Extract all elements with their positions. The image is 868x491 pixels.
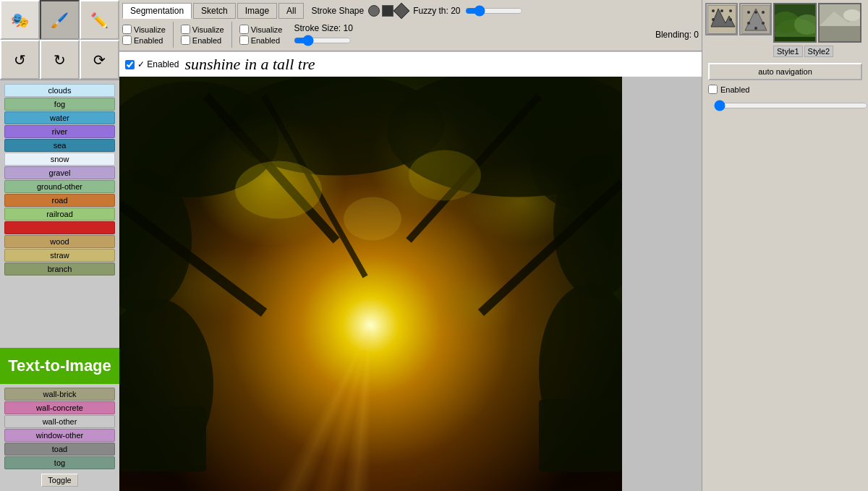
seg-wall-other[interactable]: wall-other [4, 415, 115, 428]
stroke-size-group: Stroke Size: 10 [294, 23, 352, 46]
seg-railroad[interactable]: railroad [4, 208, 115, 221]
stroke-shape-label: Stroke Shape [311, 6, 364, 16]
seg-sea[interactable]: sea [4, 139, 115, 152]
stroke-circle-btn[interactable] [368, 5, 380, 17]
enabled-check-1[interactable] [122, 35, 132, 45]
svg-rect-41 [820, 26, 861, 43]
svg-point-31 [762, 11, 765, 14]
stroke-size-label: Stroke Size: 10 [294, 23, 352, 33]
svg-point-15 [235, 161, 322, 219]
right-enabled-row: Enabled [702, 83, 868, 95]
blending-slider[interactable] [714, 100, 868, 111]
svg-rect-39 [775, 37, 817, 43]
seg-toad[interactable]: toad [4, 443, 115, 456]
seg-wall-brick[interactable]: wall-brick [4, 388, 115, 401]
svg-point-22 [720, 9, 723, 12]
stroke-square-btn[interactable] [382, 5, 393, 17]
svg-point-32 [747, 22, 750, 25]
seg-river[interactable]: river [4, 125, 115, 138]
blending-container [702, 95, 868, 116]
top-toolbar: Segmentation Sketch Image All Stroke Sha… [119, 0, 702, 51]
right-panel: Style1 Style2 auto navigation Enabled [702, 0, 868, 491]
auto-nav-button[interactable]: auto navigation [708, 63, 862, 80]
seg-gravel[interactable]: gravel [4, 166, 115, 179]
seg-branch[interactable]: branch [4, 262, 115, 276]
svg-point-30 [754, 11, 757, 14]
tab-image[interactable]: Image [237, 3, 277, 19]
visualize-label-2: Visualize [192, 25, 224, 34]
visualize-check-1[interactable] [122, 25, 132, 34]
toolbar-row2: Visualize Enabled Visualize Enabled [122, 20, 699, 49]
seg-red-block[interactable] [4, 221, 115, 234]
svg-point-17 [344, 197, 401, 241]
vis-group-2: Visualize Enabled [181, 25, 224, 45]
fuzzy-slider[interactable] [465, 5, 523, 17]
visualize-label-3: Visualize [251, 25, 283, 34]
reset-btn[interactable]: ⟳ [80, 40, 119, 80]
vis-group-1: Visualize Enabled [122, 25, 166, 45]
svg-point-29 [747, 11, 750, 14]
seg-snow[interactable]: snow [4, 153, 115, 166]
tab-all[interactable]: All [278, 3, 304, 19]
prompt-enabled-row: ✓ Enabled [125, 59, 179, 69]
style-thumb-auto-1[interactable] [705, 3, 738, 35]
prompt-enabled-checkbox[interactable] [125, 60, 135, 69]
style2-label[interactable]: Style2 [804, 46, 834, 57]
style1-label[interactable]: Style1 [773, 46, 803, 57]
enabled-check-3[interactable] [239, 35, 249, 45]
undo-btn[interactable]: ↺ [0, 40, 40, 80]
tab-segmentation[interactable]: Segmentation [122, 3, 192, 19]
enabled-label-3: Enabled [251, 36, 280, 45]
seg-tog[interactable]: tog [4, 456, 115, 469]
seg-straw[interactable]: straw [4, 249, 115, 262]
style-thumb-1[interactable] [773, 3, 817, 43]
enabled-check-2[interactable] [181, 35, 190, 45]
visualize-check-3[interactable] [239, 25, 249, 34]
paint-tool-btn[interactable]: 🖌️ [40, 0, 80, 40]
seg-road[interactable]: road [4, 194, 115, 207]
right-enabled-label: Enabled [720, 85, 749, 94]
segmentation-panel-2: wall-brick wall-concrete wall-other wind… [0, 384, 119, 491]
blending-label: Blending: 0 [655, 30, 699, 40]
seg-wall-concrete[interactable]: wall-concrete [4, 401, 115, 414]
stroke-diamond-btn[interactable] [393, 3, 410, 20]
toggle-button[interactable]: Toggle [41, 474, 77, 487]
svg-point-25 [729, 18, 732, 21]
svg-point-24 [712, 18, 715, 21]
svg-point-16 [409, 150, 481, 201]
mask-tool-btn[interactable]: 🎭 [0, 0, 40, 40]
text-prompt-bar: ✓ Enabled [119, 51, 702, 77]
svg-point-33 [762, 22, 765, 25]
text-prompt-input[interactable] [184, 55, 696, 74]
redo-btn[interactable]: ↻ [40, 40, 80, 80]
stroke-size-slider[interactable] [294, 35, 352, 46]
tab-sketch[interactable]: Sketch [193, 3, 236, 19]
vis-group-3: Visualize Enabled [239, 25, 283, 45]
seg-window-other[interactable]: window-other [4, 429, 115, 442]
main-canvas[interactable] [119, 77, 622, 491]
style-thumb-2[interactable] [818, 3, 861, 43]
text-to-image-banner[interactable]: Text-to-Image [0, 348, 119, 384]
canvas-area[interactable] [119, 77, 702, 491]
prompt-enabled-label: ✓ Enabled [137, 59, 179, 69]
svg-point-43 [843, 9, 861, 21]
seg-clouds[interactable]: clouds [4, 84, 115, 97]
right-enabled-checkbox[interactable] [708, 85, 718, 94]
seg-ground-other[interactable]: ground-other [4, 180, 115, 193]
svg-rect-13 [119, 407, 206, 472]
eraser-tool-btn[interactable]: ✏️ [80, 0, 119, 40]
svg-point-34 [754, 27, 757, 30]
style-labels-row: Style1 Style2 [702, 46, 868, 60]
left-toolbar: 🎭 🖌️ ✏️ ↺ ↻ ⟳ clouds fog water river sea… [0, 0, 119, 491]
svg-point-23 [729, 9, 732, 12]
visualize-check-2[interactable] [181, 25, 190, 34]
seg-fog[interactable]: fog [4, 98, 115, 111]
seg-wood[interactable]: wood [4, 235, 115, 248]
style-thumbnails-container [702, 0, 868, 46]
main-area: Segmentation Sketch Image All Stroke Sha… [119, 0, 702, 491]
tree-svg [119, 77, 622, 491]
seg-water[interactable]: water [4, 111, 115, 124]
tool-buttons: 🎭 🖌️ ✏️ ↺ ↻ ⟳ [0, 0, 119, 80]
style-thumb-auto-2[interactable] [739, 3, 772, 35]
fuzzy-label: Fuzzy th: 20 [413, 6, 460, 16]
